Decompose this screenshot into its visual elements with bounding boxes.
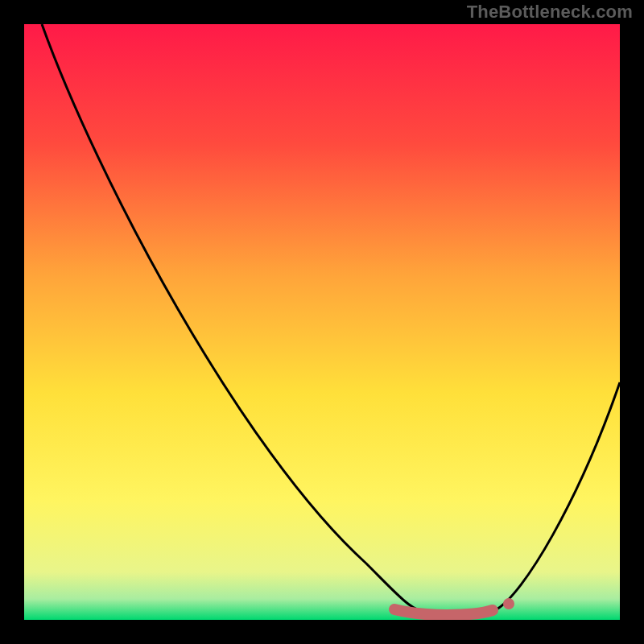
bottleneck-chart <box>0 0 644 644</box>
optimal-range-highlight <box>394 609 493 615</box>
frame-right <box>620 0 644 644</box>
optimal-point-marker <box>503 598 514 609</box>
frame-left <box>0 0 24 644</box>
chart-container: TheBottleneck.com <box>0 0 644 644</box>
gradient-background <box>24 24 620 620</box>
frame-bottom <box>0 620 644 644</box>
watermark-text: TheBottleneck.com <box>467 2 633 23</box>
